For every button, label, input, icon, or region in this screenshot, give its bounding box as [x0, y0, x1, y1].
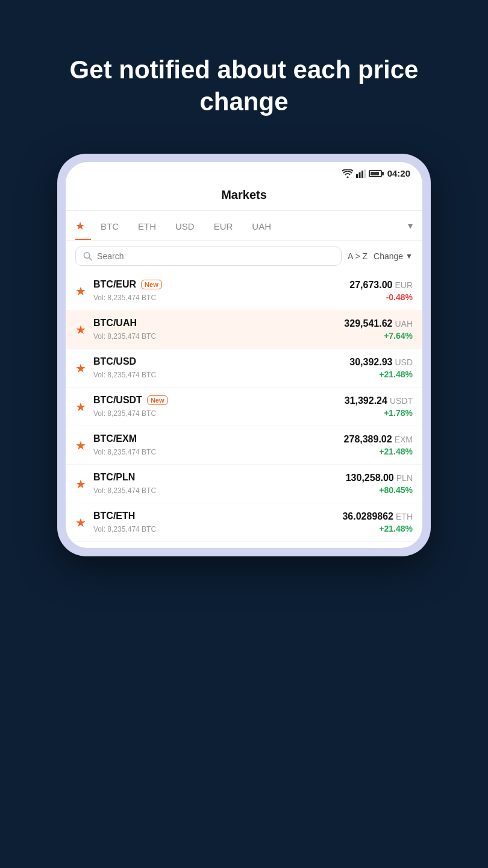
tab-eur[interactable]: EUR	[204, 213, 243, 239]
market-name-btc-eth: BTC/ETH	[93, 511, 135, 521]
wifi-icon	[342, 169, 353, 178]
market-name-row: BTC/ETH	[93, 511, 342, 521]
price-currency-btc-usd: USD	[395, 357, 413, 367]
market-row[interactable]: ★ BTC/USD Vol: 8,235,474 BTC 30,392.93 U…	[66, 349, 422, 388]
market-price-btc-pln: 130,258.00 PLN +80.45%	[346, 473, 413, 495]
market-price-btc-exm: 278,389.02 EXM +21.48%	[344, 434, 413, 456]
search-input[interactable]	[97, 251, 334, 261]
market-info-btc-usdt: BTC/USDT New Vol: 8,235,474 BTC	[93, 395, 345, 418]
app-title: Markets	[221, 188, 267, 201]
price-change-btc-pln: +80.45%	[346, 485, 413, 495]
tab-uah[interactable]: UAH	[242, 213, 281, 239]
tab-btc[interactable]: BTC	[91, 213, 128, 239]
phone-mockup: 04:20 Markets ★ BTC ETH USD EUR UAH ▾	[57, 154, 431, 556]
market-info-btc-usd: BTC/USD Vol: 8,235,474 BTC	[93, 356, 349, 380]
page-headline: Get notified about each price change	[0, 54, 488, 118]
status-time: 04:20	[387, 168, 410, 178]
price-currency-btc-eth: ETH	[396, 512, 413, 521]
price-value-btc-exm: 278,389.02	[344, 434, 392, 445]
price-change-btc-usd: +21.48%	[349, 370, 413, 379]
svg-line-5	[89, 257, 92, 260]
price-row: 30,392.93 USD	[349, 357, 413, 368]
favorite-star-btc-eur[interactable]: ★	[75, 284, 86, 298]
market-vol-btc-eth: Vol: 8,235,474 BTC	[93, 525, 156, 533]
market-list: ★ BTC/EUR New Vol: 8,235,474 BTC 27,673.…	[66, 272, 422, 548]
favorite-star-btc-usd[interactable]: ★	[75, 361, 86, 376]
market-vol-btc-pln: Vol: 8,235,474 BTC	[93, 486, 156, 495]
svg-rect-1	[358, 172, 360, 178]
market-vol-btc-uah: Vol: 8,235,474 BTC	[93, 332, 156, 341]
svg-rect-2	[361, 171, 363, 178]
price-row: 329,541.62 UAH	[344, 318, 413, 329]
market-vol-btc-exm: Vol: 8,235,474 BTC	[93, 448, 156, 456]
tab-bar: ★ BTC ETH USD EUR UAH ▾	[66, 211, 422, 241]
market-name-btc-pln: BTC/PLN	[93, 472, 135, 483]
market-vol-btc-usdt: Vol: 8,235,474 BTC	[93, 409, 156, 418]
favorite-star-btc-uah[interactable]: ★	[75, 322, 86, 337]
price-value-btc-eth: 36.0289862	[342, 511, 393, 522]
sort-change-button[interactable]: Change ▼	[374, 251, 413, 261]
sort-change-chevron: ▼	[405, 252, 413, 260]
battery-icon	[369, 170, 382, 177]
market-vol-btc-eur: Vol: 8,235,474 BTC	[93, 294, 156, 302]
market-name-row: BTC/EUR New	[93, 279, 349, 290]
search-box[interactable]	[75, 247, 342, 266]
market-row[interactable]: ★ BTC/USDT New Vol: 8,235,474 BTC 31,392…	[66, 388, 422, 426]
price-currency-btc-uah: UAH	[395, 319, 413, 329]
price-change-btc-usdt: +1.78%	[345, 408, 413, 418]
tab-usd[interactable]: USD	[166, 213, 204, 239]
price-currency-btc-usdt: USDT	[390, 396, 413, 406]
market-row[interactable]: ★ BTC/EUR New Vol: 8,235,474 BTC 27,673.…	[66, 272, 422, 310]
price-currency-btc-eur: EUR	[395, 280, 413, 290]
svg-rect-3	[364, 169, 366, 178]
market-price-btc-eth: 36.0289862 ETH +21.48%	[342, 511, 413, 533]
tab-favorites[interactable]: ★	[75, 211, 91, 240]
price-row: 27,673.00 EUR	[349, 280, 413, 291]
market-info-btc-eth: BTC/ETH Vol: 8,235,474 BTC	[93, 511, 342, 534]
market-info-btc-uah: BTC/UAH Vol: 8,235,474 BTC	[93, 318, 344, 341]
market-name-row: BTC/PLN	[93, 472, 346, 483]
market-price-btc-usd: 30,392.93 USD +21.48%	[349, 357, 413, 379]
price-currency-btc-exm: EXM	[395, 435, 413, 444]
market-name-row: BTC/UAH	[93, 318, 344, 329]
market-name-row: BTC/EXM	[93, 433, 344, 444]
favorite-star-btc-pln[interactable]: ★	[75, 477, 86, 491]
price-value-btc-usd: 30,392.93	[349, 357, 392, 368]
market-name-btc-eur: BTC/EUR	[93, 279, 136, 290]
controls-row: A > Z Change ▼	[66, 241, 422, 272]
market-row[interactable]: ★ BTC/ETH Vol: 8,235,474 BTC 36.0289862 …	[66, 503, 422, 542]
tab-more-chevron[interactable]: ▾	[408, 220, 413, 231]
market-price-btc-usdt: 31,392.24 USDT +1.78%	[345, 395, 413, 418]
favorite-star-btc-exm[interactable]: ★	[75, 438, 86, 453]
price-row: 36.0289862 ETH	[342, 511, 413, 522]
price-row: 130,258.00 PLN	[346, 473, 413, 483]
price-change-btc-exm: +21.48%	[344, 447, 413, 456]
tab-eth[interactable]: ETH	[128, 213, 166, 239]
market-name-btc-exm: BTC/EXM	[93, 433, 137, 444]
signal-icon	[356, 169, 366, 178]
status-bar: 04:20	[66, 162, 422, 182]
market-row[interactable]: ★ BTC/UAH Vol: 8,235,474 BTC 329,541.62 …	[66, 310, 422, 349]
sort-az-button[interactable]: A > Z	[348, 251, 368, 261]
price-value-btc-pln: 130,258.00	[346, 473, 394, 483]
favorite-star-btc-eth[interactable]: ★	[75, 515, 86, 530]
favorite-star-btc-usdt[interactable]: ★	[75, 400, 86, 414]
market-row[interactable]: ★ BTC/PLN Vol: 8,235,474 BTC 130,258.00 …	[66, 465, 422, 503]
market-price-btc-uah: 329,541.62 UAH +7.64%	[344, 318, 413, 341]
price-row: 31,392.24 USDT	[345, 395, 413, 406]
price-value-btc-eur: 27,673.00	[349, 280, 392, 291]
market-info-btc-pln: BTC/PLN Vol: 8,235,474 BTC	[93, 472, 346, 495]
market-info-btc-exm: BTC/EXM Vol: 8,235,474 BTC	[93, 433, 344, 457]
phone-screen: 04:20 Markets ★ BTC ETH USD EUR UAH ▾	[66, 162, 422, 548]
market-name-btc-usd: BTC/USD	[93, 356, 136, 367]
market-info-btc-eur: BTC/EUR New Vol: 8,235,474 BTC	[93, 279, 349, 303]
market-name-btc-uah: BTC/UAH	[93, 318, 137, 329]
sort-change-label: Change	[374, 251, 403, 261]
svg-rect-0	[356, 174, 358, 178]
market-price-btc-eur: 27,673.00 EUR -0.48%	[349, 280, 413, 302]
price-row: 278,389.02 EXM	[344, 434, 413, 445]
status-icons	[342, 169, 384, 178]
new-badge-btc-usdt: New	[147, 395, 168, 405]
price-value-btc-uah: 329,541.62	[344, 318, 392, 329]
market-row[interactable]: ★ BTC/EXM Vol: 8,235,474 BTC 278,389.02 …	[66, 426, 422, 465]
